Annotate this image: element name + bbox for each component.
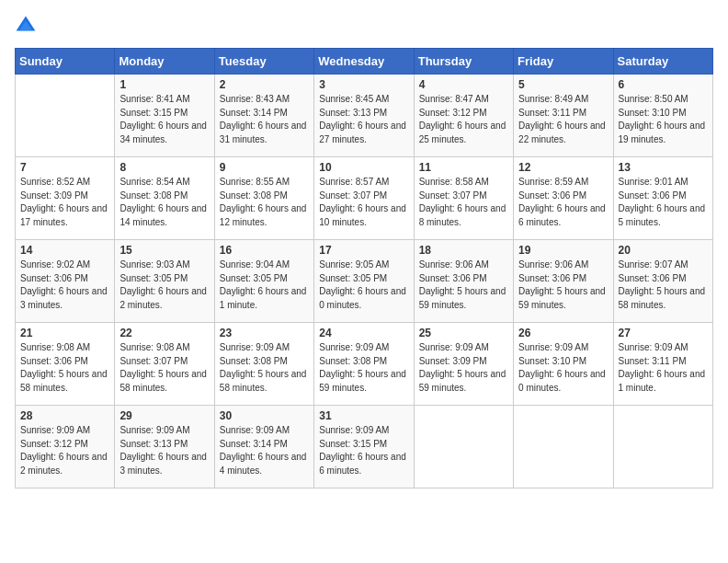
calendar-cell: 30Sunrise: 9:09 AMSunset: 3:14 PMDayligh… (214, 406, 313, 488)
day-number: 16 (220, 244, 309, 257)
day-info: Sunrise: 9:09 AMSunset: 3:10 PMDaylight:… (518, 341, 608, 395)
calendar-body: 1Sunrise: 8:41 AMSunset: 3:15 PMDaylight… (16, 75, 713, 488)
day-number: 18 (419, 244, 508, 257)
day-info: Sunrise: 8:54 AMSunset: 3:08 PMDaylight:… (119, 176, 209, 229)
day-number: 8 (119, 161, 209, 174)
day-number: 6 (619, 78, 708, 91)
weekday-header-monday: Monday (115, 49, 214, 75)
day-info: Sunrise: 8:43 AMSunset: 3:14 PMDaylight:… (220, 93, 309, 146)
weekday-header-tuesday: Tuesday (214, 49, 313, 75)
day-info: Sunrise: 9:09 AMSunset: 3:15 PMDaylight:… (319, 424, 408, 477)
day-number: 4 (419, 78, 508, 91)
calendar-cell: 28Sunrise: 9:09 AMSunset: 3:12 PMDayligh… (16, 406, 115, 488)
calendar-cell: 19Sunrise: 9:06 AMSunset: 3:06 PMDayligh… (514, 240, 613, 323)
day-number: 25 (419, 327, 508, 339)
day-number: 2 (220, 78, 309, 91)
day-number: 13 (619, 161, 708, 174)
day-info: Sunrise: 8:47 AMSunset: 3:12 PMDaylight:… (419, 93, 508, 146)
calendar-cell: 9Sunrise: 8:55 AMSunset: 3:08 PMDaylight… (214, 157, 313, 240)
day-info: Sunrise: 9:08 AMSunset: 3:06 PMDaylight:… (20, 341, 109, 395)
day-info: Sunrise: 9:08 AMSunset: 3:07 PMDaylight:… (119, 341, 209, 395)
calendar-cell: 6Sunrise: 8:50 AMSunset: 3:10 PMDaylight… (613, 75, 712, 157)
calendar-cell: 13Sunrise: 9:01 AMSunset: 3:06 PMDayligh… (613, 157, 712, 240)
calendar-cell: 12Sunrise: 8:59 AMSunset: 3:06 PMDayligh… (514, 157, 613, 240)
calendar-cell: 29Sunrise: 9:09 AMSunset: 3:13 PMDayligh… (115, 406, 214, 488)
day-info: Sunrise: 9:07 AMSunset: 3:06 PMDaylight:… (619, 259, 708, 312)
day-number: 14 (20, 244, 109, 257)
calendar-week-3: 14Sunrise: 9:02 AMSunset: 3:06 PMDayligh… (16, 240, 713, 323)
day-number: 22 (119, 327, 209, 339)
day-number: 17 (319, 244, 408, 257)
day-number: 15 (119, 244, 209, 257)
calendar-week-1: 1Sunrise: 8:41 AMSunset: 3:15 PMDaylight… (16, 75, 713, 157)
day-number: 20 (619, 244, 708, 257)
calendar-cell: 2Sunrise: 8:43 AMSunset: 3:14 PMDaylight… (214, 75, 313, 157)
calendar-cell: 15Sunrise: 9:03 AMSunset: 3:05 PMDayligh… (115, 240, 214, 323)
calendar-cell: 23Sunrise: 9:09 AMSunset: 3:08 PMDayligh… (214, 323, 313, 406)
calendar-cell: 22Sunrise: 9:08 AMSunset: 3:07 PMDayligh… (115, 323, 214, 406)
day-number: 26 (518, 327, 608, 339)
day-info: Sunrise: 8:45 AMSunset: 3:13 PMDaylight:… (319, 93, 408, 146)
day-info: Sunrise: 9:09 AMSunset: 3:08 PMDaylight:… (220, 341, 309, 395)
calendar-cell: 21Sunrise: 9:08 AMSunset: 3:06 PMDayligh… (16, 323, 115, 406)
day-number: 7 (20, 161, 109, 174)
calendar-cell: 10Sunrise: 8:57 AMSunset: 3:07 PMDayligh… (314, 157, 414, 240)
day-number: 10 (319, 161, 408, 174)
weekday-header-wednesday: Wednesday (314, 49, 414, 75)
day-number: 27 (619, 327, 708, 339)
day-info: Sunrise: 9:06 AMSunset: 3:06 PMDaylight:… (518, 259, 608, 312)
calendar-cell: 27Sunrise: 9:09 AMSunset: 3:11 PMDayligh… (613, 323, 712, 406)
day-info: Sunrise: 8:41 AMSunset: 3:15 PMDaylight:… (119, 93, 209, 146)
day-number: 21 (20, 327, 109, 339)
day-number: 23 (220, 327, 309, 339)
calendar-week-5: 28Sunrise: 9:09 AMSunset: 3:12 PMDayligh… (16, 406, 713, 488)
calendar-week-4: 21Sunrise: 9:08 AMSunset: 3:06 PMDayligh… (16, 323, 713, 406)
day-info: Sunrise: 8:58 AMSunset: 3:07 PMDaylight:… (419, 176, 508, 229)
day-info: Sunrise: 9:09 AMSunset: 3:14 PMDaylight:… (220, 424, 309, 477)
weekday-header-sunday: Sunday (16, 49, 115, 75)
calendar-cell: 7Sunrise: 8:52 AMSunset: 3:09 PMDaylight… (16, 157, 115, 240)
weekday-row: SundayMondayTuesdayWednesdayThursdayFrid… (16, 49, 713, 75)
day-info: Sunrise: 9:01 AMSunset: 3:06 PMDaylight:… (619, 176, 708, 229)
calendar-cell: 20Sunrise: 9:07 AMSunset: 3:06 PMDayligh… (613, 240, 712, 323)
calendar-cell: 4Sunrise: 8:47 AMSunset: 3:12 PMDaylight… (414, 75, 513, 157)
calendar-cell: 24Sunrise: 9:09 AMSunset: 3:08 PMDayligh… (314, 323, 414, 406)
calendar-cell: 3Sunrise: 8:45 AMSunset: 3:13 PMDaylight… (314, 75, 414, 157)
day-info: Sunrise: 8:57 AMSunset: 3:07 PMDaylight:… (319, 176, 408, 229)
day-number: 9 (220, 161, 309, 174)
day-number: 30 (220, 409, 309, 422)
day-number: 28 (20, 409, 109, 422)
calendar-cell: 8Sunrise: 8:54 AMSunset: 3:08 PMDaylight… (115, 157, 214, 240)
day-info: Sunrise: 9:03 AMSunset: 3:05 PMDaylight:… (119, 259, 209, 312)
calendar-header: SundayMondayTuesdayWednesdayThursdayFrid… (16, 49, 713, 75)
day-number: 5 (518, 78, 608, 91)
calendar-cell: 16Sunrise: 9:04 AMSunset: 3:05 PMDayligh… (214, 240, 313, 323)
day-info: Sunrise: 9:06 AMSunset: 3:06 PMDaylight:… (419, 259, 508, 312)
logo-icon (15, 15, 37, 37)
calendar-cell: 31Sunrise: 9:09 AMSunset: 3:15 PMDayligh… (314, 406, 414, 488)
day-number: 11 (419, 161, 508, 174)
day-info: Sunrise: 8:49 AMSunset: 3:11 PMDaylight:… (518, 93, 608, 146)
day-number: 29 (119, 409, 209, 422)
calendar-week-2: 7Sunrise: 8:52 AMSunset: 3:09 PMDaylight… (16, 157, 713, 240)
calendar-cell (613, 406, 712, 488)
day-info: Sunrise: 9:09 AMSunset: 3:08 PMDaylight:… (319, 341, 408, 395)
day-info: Sunrise: 9:09 AMSunset: 3:09 PMDaylight:… (419, 341, 508, 395)
day-info: Sunrise: 8:50 AMSunset: 3:10 PMDaylight:… (619, 93, 708, 146)
calendar-cell: 26Sunrise: 9:09 AMSunset: 3:10 PMDayligh… (514, 323, 613, 406)
day-info: Sunrise: 9:05 AMSunset: 3:05 PMDaylight:… (319, 259, 408, 312)
calendar-cell (16, 75, 115, 157)
weekday-header-thursday: Thursday (414, 49, 513, 75)
calendar-cell: 18Sunrise: 9:06 AMSunset: 3:06 PMDayligh… (414, 240, 513, 323)
weekday-header-saturday: Saturday (613, 49, 712, 75)
day-number: 3 (319, 78, 408, 91)
weekday-header-friday: Friday (514, 49, 613, 75)
calendar-cell: 11Sunrise: 8:58 AMSunset: 3:07 PMDayligh… (414, 157, 513, 240)
calendar-cell: 14Sunrise: 9:02 AMSunset: 3:06 PMDayligh… (16, 240, 115, 323)
day-info: Sunrise: 8:59 AMSunset: 3:06 PMDaylight:… (518, 176, 608, 229)
day-number: 19 (518, 244, 608, 257)
calendar-table: SundayMondayTuesdayWednesdayThursdayFrid… (15, 48, 713, 488)
day-info: Sunrise: 9:02 AMSunset: 3:06 PMDaylight:… (20, 259, 109, 312)
day-number: 12 (518, 161, 608, 174)
calendar-cell (514, 406, 613, 488)
